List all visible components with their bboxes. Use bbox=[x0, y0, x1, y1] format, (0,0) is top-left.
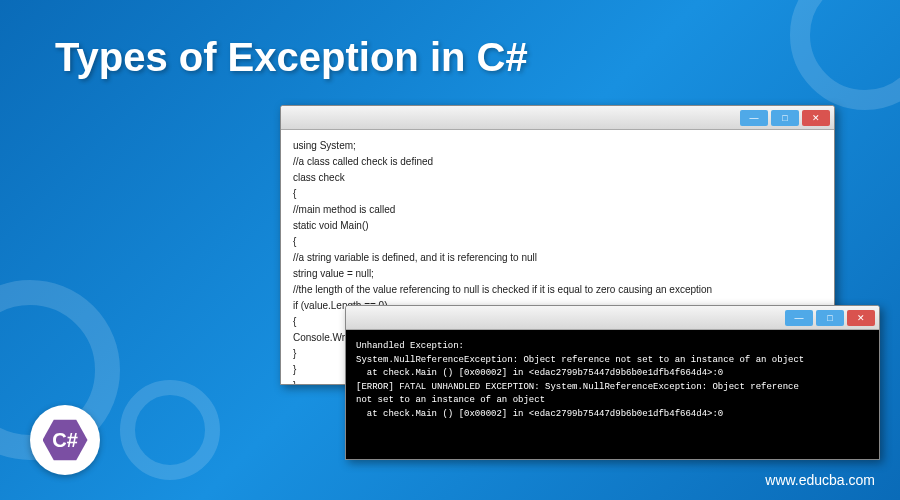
background-gear-icon bbox=[120, 380, 220, 480]
window-controls: — □ ✕ bbox=[740, 110, 830, 126]
window-controls: — □ ✕ bbox=[785, 310, 875, 326]
console-output-window: — □ ✕ Unhandled Exception: System.NullRe… bbox=[345, 305, 880, 460]
window-titlebar: — □ ✕ bbox=[346, 306, 879, 330]
csharp-icon: C# bbox=[43, 418, 88, 463]
close-button[interactable]: ✕ bbox=[847, 310, 875, 326]
maximize-button[interactable]: □ bbox=[816, 310, 844, 326]
maximize-button[interactable]: □ bbox=[771, 110, 799, 126]
minimize-button[interactable]: — bbox=[785, 310, 813, 326]
site-url: www.educba.com bbox=[765, 472, 875, 488]
background-gear-icon bbox=[790, 0, 900, 110]
csharp-logo-badge: C# bbox=[30, 405, 100, 475]
minimize-button[interactable]: — bbox=[740, 110, 768, 126]
close-button[interactable]: ✕ bbox=[802, 110, 830, 126]
page-title: Types of Exception in C# bbox=[55, 35, 528, 80]
console-content: Unhandled Exception: System.NullReferenc… bbox=[346, 330, 879, 459]
window-titlebar: — □ ✕ bbox=[281, 106, 834, 130]
